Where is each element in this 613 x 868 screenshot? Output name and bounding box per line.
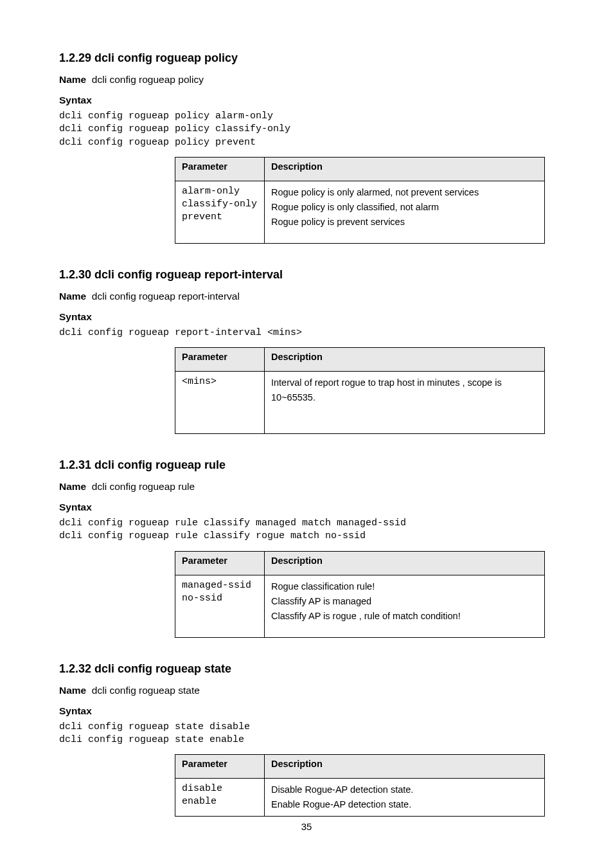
section-number: 1.2.31 [59, 458, 91, 471]
name-label: Name [59, 481, 86, 492]
syntax-code: dcli config rogueap state disable dcli c… [59, 721, 554, 747]
parameter-table: Parameter Description alarm-only classif… [175, 157, 545, 244]
section-title: 1.2.32 dcli config rogueap state [59, 662, 554, 676]
field-syntax: Syntax dcli config rogueap state disable… [59, 705, 554, 747]
name-value: dcli config rogueap state [92, 685, 200, 696]
col-header-description: Description [265, 551, 545, 575]
parameter-table: Parameter Description <mins> Interval of… [175, 347, 545, 434]
table-header-row: Parameter Description [175, 348, 545, 372]
section-heading: dcli config rogueap rule [94, 458, 226, 471]
col-header-parameter: Parameter [175, 755, 265, 779]
col-header-description: Description [265, 348, 545, 372]
desc-text: Rogue classification rule! Classfify AP … [271, 579, 538, 624]
param-text: alarm-only classify-only prevent [182, 185, 258, 224]
parameter-table: Parameter Description managed-ssid no-ss… [175, 551, 545, 638]
section-heading: dcli config rogueap state [94, 662, 231, 675]
col-header-description: Description [265, 755, 545, 779]
section-title: 1.2.29 dcli config rogueap policy [59, 51, 554, 65]
name-value: dcli config rogueap policy [92, 74, 204, 85]
name-label: Name [59, 291, 86, 302]
section-number: 1.2.30 [59, 268, 91, 281]
table-row: disable enable Disable Rogue-AP detectio… [175, 779, 545, 817]
syntax-label: Syntax [59, 705, 554, 717]
section-heading: dcli config rogueap policy [94, 51, 238, 64]
field-syntax: Syntax dcli config rogueap report-interv… [59, 311, 554, 339]
syntax-code: dcli config rogueap policy alarm-only dc… [59, 110, 554, 149]
cell-description: Rogue classification rule! Classfify AP … [265, 575, 545, 637]
desc-text: Interval of report rogue to trap host in… [271, 375, 538, 405]
table-header-row: Parameter Description [175, 551, 545, 575]
field-name: Name dcli config rogueap policy [59, 74, 554, 86]
name-value: dcli config rogueap report-interval [92, 291, 240, 302]
cell-description: Rogue policy is only alarmed, not preven… [265, 181, 545, 243]
syntax-label: Syntax [59, 311, 554, 323]
table-row: <mins> Interval of report rogue to trap … [175, 372, 545, 434]
name-value: dcli config rogueap rule [92, 481, 195, 492]
section-heading: dcli config rogueap report-interval [94, 268, 283, 281]
syntax-code: dcli config rogueap report-interval <min… [59, 327, 554, 339]
syntax-label: Syntax [59, 95, 554, 106]
cell-parameter: managed-ssid no-ssid [175, 575, 265, 637]
field-name: Name dcli config rogueap rule [59, 481, 554, 493]
table-row: alarm-only classify-only prevent Rogue p… [175, 181, 545, 243]
field-name: Name dcli config rogueap state [59, 685, 554, 696]
field-syntax: Syntax dcli config rogueap policy alarm-… [59, 95, 554, 149]
field-name: Name dcli config rogueap report-interval [59, 291, 554, 302]
section-title: 1.2.31 dcli config rogueap rule [59, 458, 554, 472]
field-syntax: Syntax dcli config rogueap rule classify… [59, 502, 554, 543]
syntax-code: dcli config rogueap rule classify manage… [59, 517, 554, 543]
col-header-parameter: Parameter [175, 551, 265, 575]
section-1: 1.2.29 dcli config rogueap policy Name d… [59, 51, 554, 244]
desc-text: Disable Rogue-AP detection state. Enable… [271, 782, 538, 812]
section-4: 1.2.32 dcli config rogueap state Name dc… [59, 662, 554, 817]
section-3: 1.2.31 dcli config rogueap rule Name dcl… [59, 458, 554, 638]
name-label: Name [59, 74, 86, 85]
page-container: 1.2.29 dcli config rogueap policy Name d… [0, 0, 613, 868]
parameter-table: Parameter Description disable enable Dis… [175, 754, 545, 817]
cell-parameter: alarm-only classify-only prevent [175, 181, 265, 243]
param-text: managed-ssid no-ssid [182, 579, 258, 606]
section-number: 1.2.29 [59, 51, 91, 64]
col-header-parameter: Parameter [175, 348, 265, 372]
section-title: 1.2.30 dcli config rogueap report-interv… [59, 268, 554, 282]
param-text: <mins> [182, 375, 258, 388]
page-number: 35 [0, 821, 613, 832]
desc-text: Rogue policy is only alarmed, not preven… [271, 185, 538, 230]
table-row: managed-ssid no-ssid Rogue classificatio… [175, 575, 545, 637]
syntax-label: Syntax [59, 502, 554, 513]
section-2: 1.2.30 dcli config rogueap report-interv… [59, 268, 554, 434]
param-text: disable enable [182, 782, 258, 809]
section-number: 1.2.32 [59, 662, 91, 675]
cell-description: Interval of report rogue to trap host in… [265, 372, 545, 434]
col-header-description: Description [265, 157, 545, 181]
cell-parameter: disable enable [175, 779, 265, 817]
cell-description: Disable Rogue-AP detection state. Enable… [265, 779, 545, 817]
table-header-row: Parameter Description [175, 755, 545, 779]
cell-parameter: <mins> [175, 372, 265, 434]
table-header-row: Parameter Description [175, 157, 545, 181]
col-header-parameter: Parameter [175, 157, 265, 181]
name-label: Name [59, 685, 86, 696]
